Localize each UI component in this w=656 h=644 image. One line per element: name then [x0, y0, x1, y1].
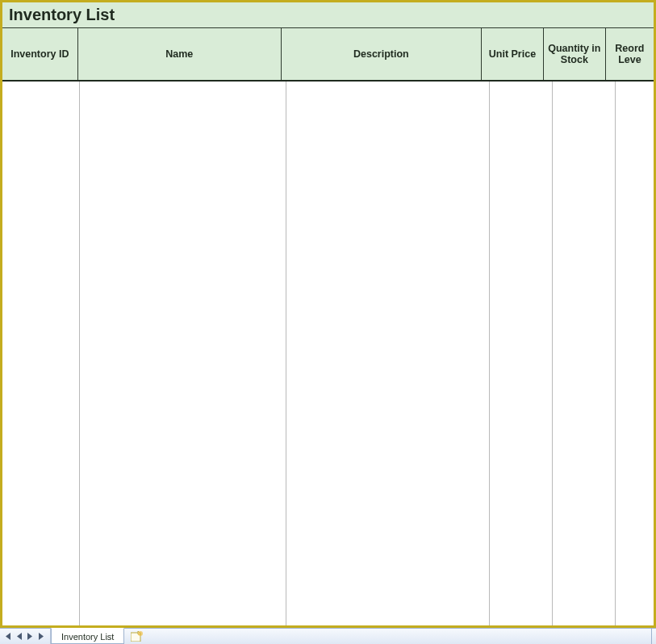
- spreadsheet-frame: Inventory List Inventory ID Name Descrip…: [0, 0, 656, 628]
- last-sheet-icon[interactable]: [37, 632, 45, 642]
- horizontal-scroll-edge[interactable]: [651, 629, 656, 644]
- next-sheet-icon[interactable]: [26, 632, 34, 642]
- column-header-quantity-in-stock[interactable]: Quantity in Stock: [544, 28, 606, 80]
- sheet-title: Inventory List: [9, 6, 115, 23]
- column-divider: [286, 82, 286, 627]
- column-divider: [489, 82, 490, 627]
- column-header-description[interactable]: Description: [282, 28, 482, 80]
- prev-sheet-icon[interactable]: [15, 632, 23, 642]
- tab-bar-spacer: [150, 629, 651, 644]
- sheet-tab-bar: Inventory List: [0, 628, 656, 644]
- sheet-tab-label: Inventory List: [61, 632, 114, 642]
- column-header-unit-price[interactable]: Unit Price: [482, 28, 544, 80]
- data-grid-body[interactable]: [2, 82, 654, 627]
- sheet-nav-buttons: [0, 629, 51, 644]
- column-header-reorder-level[interactable]: Reord Leve: [606, 28, 654, 80]
- new-sheet-button[interactable]: [124, 629, 150, 644]
- first-sheet-icon[interactable]: [3, 632, 11, 642]
- sheet-tab-inventory-list[interactable]: Inventory List: [51, 628, 124, 644]
- new-sheet-icon: [131, 631, 144, 642]
- column-header-inventory-id[interactable]: Inventory ID: [2, 28, 78, 80]
- column-header-row: Inventory ID Name Description Unit Price…: [2, 28, 654, 82]
- sheet-title-bar: Inventory List: [2, 2, 654, 28]
- column-divider: [552, 82, 553, 627]
- column-header-name[interactable]: Name: [78, 28, 282, 80]
- svg-point-1: [138, 631, 143, 636]
- column-divider: [615, 82, 616, 627]
- column-divider: [79, 82, 80, 627]
